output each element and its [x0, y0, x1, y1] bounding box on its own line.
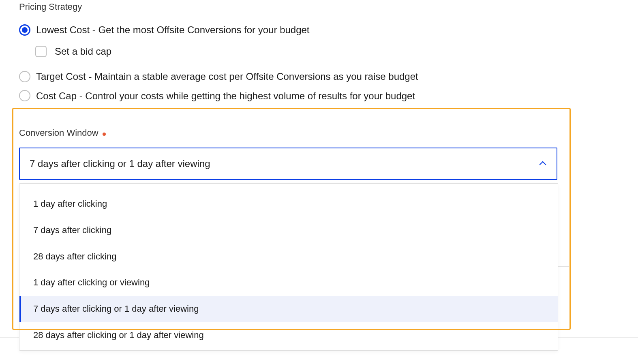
conversion-window-dropdown[interactable]: 1 day after clicking 7 days after clicki…	[19, 183, 558, 351]
pricing-title: Pricing Strategy	[19, 1, 619, 13]
option-28day-click-1day-view[interactable]: 28 days after clicking or 1 day after vi…	[19, 322, 558, 349]
option-1day-click[interactable]: 1 day after clicking	[19, 191, 558, 217]
option-1day-click-view[interactable]: 1 day after clicking or viewing	[19, 270, 558, 296]
checkbox-icon[interactable]	[35, 46, 47, 57]
radio-cost-cap[interactable]: Cost Cap - Control your costs while gett…	[19, 89, 619, 103]
radio-lowest-cost[interactable]: Lowest Cost - Get the most Offsite Conve…	[19, 23, 619, 37]
checkbox-label: Set a bid cap	[55, 45, 111, 58]
radio-icon[interactable]	[19, 71, 30, 82]
radio-target-cost[interactable]: Target Cost - Maintain a stable average …	[19, 70, 619, 84]
radio-label: Lowest Cost - Get the most Offsite Conve…	[36, 23, 310, 37]
radio-label: Cost Cap - Control your costs while gett…	[36, 89, 415, 103]
required-dot-icon	[103, 133, 106, 136]
select-value: 7 days after clicking or 1 day after vie…	[30, 157, 210, 171]
radio-label: Target Cost - Maintain a stable average …	[36, 70, 418, 84]
conversion-window-section: Conversion Window 7 days after clicking …	[19, 127, 619, 360]
option-7day-click[interactable]: 7 days after clicking	[19, 217, 558, 244]
option-7day-click-1day-view[interactable]: 7 days after clicking or 1 day after vie…	[19, 296, 558, 322]
conversion-window-select[interactable]: 7 days after clicking or 1 day after vie…	[19, 148, 557, 180]
pricing-strategy-section: Pricing Strategy Lowest Cost - Get the m…	[19, 1, 619, 103]
radio-icon[interactable]	[19, 24, 30, 36]
chevron-up-icon	[540, 161, 547, 167]
radio-icon[interactable]	[19, 90, 30, 101]
conversion-title: Conversion Window	[19, 127, 98, 139]
bid-cap-checkbox[interactable]: Set a bid cap	[35, 45, 619, 58]
option-28day-click[interactable]: 28 days after clicking	[19, 244, 558, 270]
